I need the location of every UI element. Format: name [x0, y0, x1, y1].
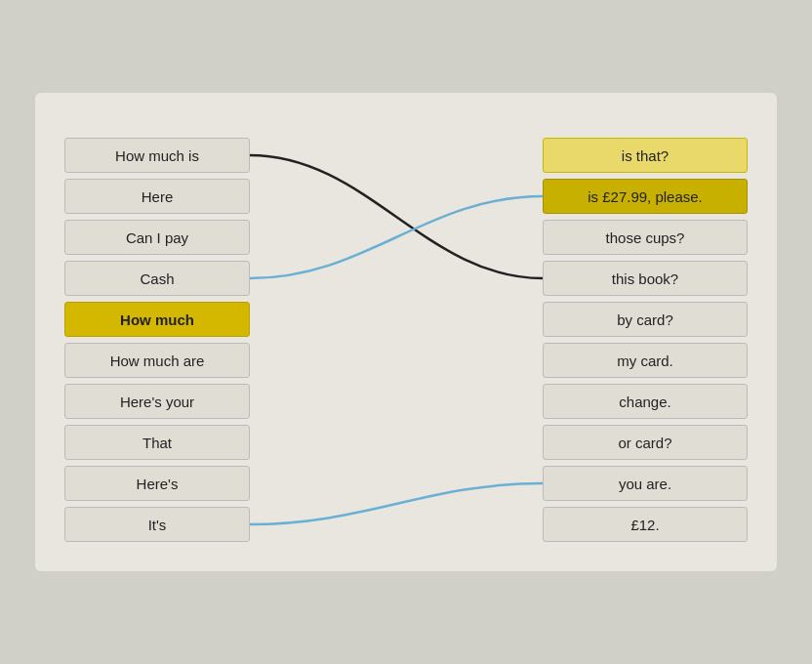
right-column: is that?is £27.99, please.those cups?thi…	[543, 138, 748, 542]
left-item-l5[interactable]: How much	[64, 302, 250, 337]
left-item-l7[interactable]: Here's your	[64, 384, 250, 419]
right-item-r1[interactable]: is that?	[543, 138, 748, 173]
left-item-l10[interactable]: It's	[64, 507, 250, 542]
left-item-l1[interactable]: How much is	[64, 138, 250, 173]
right-item-r10[interactable]: £12.	[543, 507, 748, 542]
main-container: How much isHereCan I payCashHow muchHow …	[35, 93, 777, 571]
left-item-l3[interactable]: Can I pay	[64, 220, 250, 255]
right-item-r9[interactable]: you are.	[543, 466, 748, 501]
left-item-l2[interactable]: Here	[64, 179, 250, 214]
left-item-l4[interactable]: Cash	[64, 261, 250, 296]
right-item-r8[interactable]: or card?	[543, 425, 748, 460]
left-item-l6[interactable]: How much are	[64, 343, 250, 378]
right-item-r6[interactable]: my card.	[543, 343, 748, 378]
exercise-area: How much isHereCan I payCashHow muchHow …	[64, 138, 748, 542]
right-item-r2[interactable]: is £27.99, please.	[543, 179, 748, 214]
right-item-r7[interactable]: change.	[543, 384, 748, 419]
left-column: How much isHereCan I payCashHow muchHow …	[64, 138, 250, 542]
right-item-r5[interactable]: by card?	[543, 302, 748, 337]
right-item-r3[interactable]: those cups?	[543, 220, 748, 255]
left-item-l9[interactable]: Here's	[64, 466, 250, 501]
right-item-r4[interactable]: this book?	[543, 261, 748, 296]
left-item-l8[interactable]: That	[64, 425, 250, 460]
